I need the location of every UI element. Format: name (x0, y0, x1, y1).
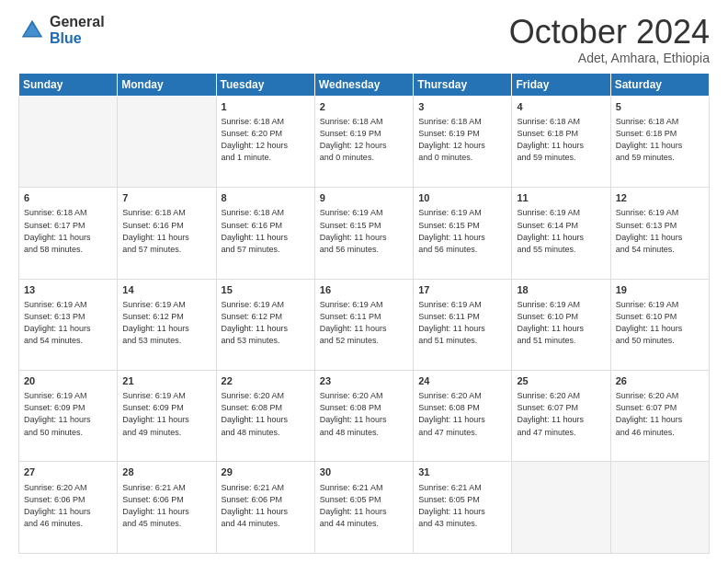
day-info: Sunrise: 6:21 AM Sunset: 6:06 PM Dayligh… (222, 482, 310, 530)
calendar-body: 1Sunrise: 6:18 AM Sunset: 6:20 PM Daylig… (19, 96, 710, 553)
day-info: Sunrise: 6:19 AM Sunset: 6:12 PM Dayligh… (222, 299, 310, 347)
calendar-cell: 1Sunrise: 6:18 AM Sunset: 6:20 PM Daylig… (216, 96, 314, 187)
day-info: Sunrise: 6:21 AM Sunset: 6:06 PM Dayligh… (122, 482, 210, 530)
title-block: October 2024 Adet, Amhara, Ethiopia (509, 14, 710, 65)
day-number: 3 (418, 100, 506, 114)
calendar-cell: 24Sunrise: 6:20 AM Sunset: 6:08 PM Dayli… (414, 371, 512, 462)
calendar-week-row: 13Sunrise: 6:19 AM Sunset: 6:13 PM Dayli… (19, 279, 710, 370)
header-row: SundayMondayTuesdayWednesdayThursdayFrid… (19, 73, 710, 96)
day-number: 18 (517, 283, 605, 297)
header: General Blue October 2024 Adet, Amhara, … (18, 14, 710, 65)
day-number: 2 (320, 100, 408, 114)
day-number: 9 (320, 191, 408, 205)
calendar-cell: 28Sunrise: 6:21 AM Sunset: 6:06 PM Dayli… (118, 462, 216, 554)
calendar-cell: 5Sunrise: 6:18 AM Sunset: 6:18 PM Daylig… (610, 96, 709, 187)
calendar-cell: 30Sunrise: 6:21 AM Sunset: 6:05 PM Dayli… (314, 462, 413, 554)
logo-icon (18, 17, 46, 44)
calendar-cell: 2Sunrise: 6:18 AM Sunset: 6:19 PM Daylig… (314, 96, 413, 187)
day-number: 22 (222, 374, 310, 388)
calendar-cell: 14Sunrise: 6:19 AM Sunset: 6:12 PM Dayli… (118, 279, 216, 370)
day-info: Sunrise: 6:19 AM Sunset: 6:14 PM Dayligh… (517, 207, 605, 255)
calendar-cell: 4Sunrise: 6:18 AM Sunset: 6:18 PM Daylig… (512, 96, 610, 187)
calendar-cell (19, 96, 118, 187)
day-number: 1 (222, 100, 310, 114)
day-number: 11 (517, 191, 605, 205)
calendar-week-row: 6Sunrise: 6:18 AM Sunset: 6:17 PM Daylig… (19, 188, 710, 279)
day-info: Sunrise: 6:19 AM Sunset: 6:09 PM Dayligh… (24, 390, 112, 438)
day-of-week-header: Wednesday (314, 73, 413, 96)
day-info: Sunrise: 6:19 AM Sunset: 6:11 PM Dayligh… (418, 299, 506, 347)
calendar-cell: 20Sunrise: 6:19 AM Sunset: 6:09 PM Dayli… (19, 371, 118, 462)
calendar-cell: 11Sunrise: 6:19 AM Sunset: 6:14 PM Dayli… (512, 188, 610, 279)
logo-text: General Blue (50, 14, 105, 46)
calendar-cell: 31Sunrise: 6:21 AM Sunset: 6:05 PM Dayli… (414, 462, 512, 554)
calendar-cell: 22Sunrise: 6:20 AM Sunset: 6:08 PM Dayli… (216, 371, 314, 462)
day-info: Sunrise: 6:18 AM Sunset: 6:19 PM Dayligh… (418, 116, 506, 164)
calendar: SundayMondayTuesdayWednesdayThursdayFrid… (18, 73, 710, 554)
calendar-week-row: 1Sunrise: 6:18 AM Sunset: 6:20 PM Daylig… (19, 96, 710, 187)
day-of-week-header: Tuesday (216, 73, 314, 96)
day-info: Sunrise: 6:20 AM Sunset: 6:08 PM Dayligh… (418, 390, 506, 438)
day-number: 4 (517, 100, 605, 114)
day-info: Sunrise: 6:19 AM Sunset: 6:11 PM Dayligh… (320, 299, 408, 347)
day-info: Sunrise: 6:19 AM Sunset: 6:09 PM Dayligh… (122, 390, 210, 438)
location-subtitle: Adet, Amhara, Ethiopia (509, 51, 710, 65)
calendar-cell: 26Sunrise: 6:20 AM Sunset: 6:07 PM Dayli… (610, 371, 709, 462)
calendar-cell: 8Sunrise: 6:18 AM Sunset: 6:16 PM Daylig… (216, 188, 314, 279)
day-info: Sunrise: 6:18 AM Sunset: 6:16 PM Dayligh… (122, 207, 210, 255)
day-number: 15 (222, 283, 310, 297)
logo-general: General (50, 14, 105, 30)
day-number: 27 (24, 465, 112, 479)
day-number: 28 (122, 465, 210, 479)
day-info: Sunrise: 6:18 AM Sunset: 6:18 PM Dayligh… (517, 116, 605, 164)
calendar-cell (512, 462, 610, 554)
day-info: Sunrise: 6:20 AM Sunset: 6:08 PM Dayligh… (320, 390, 408, 438)
day-number: 10 (418, 191, 506, 205)
day-number: 13 (24, 283, 112, 297)
day-number: 24 (418, 374, 506, 388)
day-info: Sunrise: 6:18 AM Sunset: 6:20 PM Dayligh… (222, 116, 310, 164)
calendar-cell: 27Sunrise: 6:20 AM Sunset: 6:06 PM Dayli… (19, 462, 118, 554)
day-number: 14 (122, 283, 210, 297)
month-title: October 2024 (509, 14, 710, 51)
calendar-cell: 29Sunrise: 6:21 AM Sunset: 6:06 PM Dayli… (216, 462, 314, 554)
calendar-cell: 17Sunrise: 6:19 AM Sunset: 6:11 PM Dayli… (414, 279, 512, 370)
day-number: 5 (616, 100, 704, 114)
day-number: 23 (320, 374, 408, 388)
day-number: 16 (320, 283, 408, 297)
day-info: Sunrise: 6:20 AM Sunset: 6:07 PM Dayligh… (517, 390, 605, 438)
calendar-cell: 23Sunrise: 6:20 AM Sunset: 6:08 PM Dayli… (314, 371, 413, 462)
day-of-week-header: Friday (512, 73, 610, 96)
calendar-week-row: 20Sunrise: 6:19 AM Sunset: 6:09 PM Dayli… (19, 371, 710, 462)
calendar-cell: 7Sunrise: 6:18 AM Sunset: 6:16 PM Daylig… (118, 188, 216, 279)
day-number: 17 (418, 283, 506, 297)
calendar-cell (610, 462, 709, 554)
calendar-cell: 9Sunrise: 6:19 AM Sunset: 6:15 PM Daylig… (314, 188, 413, 279)
calendar-cell: 25Sunrise: 6:20 AM Sunset: 6:07 PM Dayli… (512, 371, 610, 462)
day-number: 8 (222, 191, 310, 205)
day-info: Sunrise: 6:19 AM Sunset: 6:10 PM Dayligh… (616, 299, 704, 347)
calendar-cell: 21Sunrise: 6:19 AM Sunset: 6:09 PM Dayli… (118, 371, 216, 462)
calendar-cell: 18Sunrise: 6:19 AM Sunset: 6:10 PM Dayli… (512, 279, 610, 370)
day-number: 31 (418, 465, 506, 479)
logo-blue: Blue (50, 30, 105, 47)
day-number: 19 (616, 283, 704, 297)
day-info: Sunrise: 6:19 AM Sunset: 6:13 PM Dayligh… (616, 207, 704, 255)
day-of-week-header: Monday (118, 73, 216, 96)
day-info: Sunrise: 6:21 AM Sunset: 6:05 PM Dayligh… (418, 482, 506, 530)
calendar-cell: 6Sunrise: 6:18 AM Sunset: 6:17 PM Daylig… (19, 188, 118, 279)
calendar-cell: 12Sunrise: 6:19 AM Sunset: 6:13 PM Dayli… (610, 188, 709, 279)
page: General Blue October 2024 Adet, Amhara, … (0, 0, 728, 563)
day-number: 20 (24, 374, 112, 388)
calendar-cell: 19Sunrise: 6:19 AM Sunset: 6:10 PM Dayli… (610, 279, 709, 370)
calendar-cell: 15Sunrise: 6:19 AM Sunset: 6:12 PM Dayli… (216, 279, 314, 370)
day-number: 30 (320, 465, 408, 479)
calendar-cell: 13Sunrise: 6:19 AM Sunset: 6:13 PM Dayli… (19, 279, 118, 370)
day-info: Sunrise: 6:20 AM Sunset: 6:07 PM Dayligh… (616, 390, 704, 438)
day-number: 26 (616, 374, 704, 388)
day-info: Sunrise: 6:19 AM Sunset: 6:12 PM Dayligh… (122, 299, 210, 347)
day-number: 7 (122, 191, 210, 205)
day-info: Sunrise: 6:18 AM Sunset: 6:19 PM Dayligh… (320, 116, 408, 164)
day-of-week-header: Saturday (610, 73, 709, 96)
calendar-cell (118, 96, 216, 187)
